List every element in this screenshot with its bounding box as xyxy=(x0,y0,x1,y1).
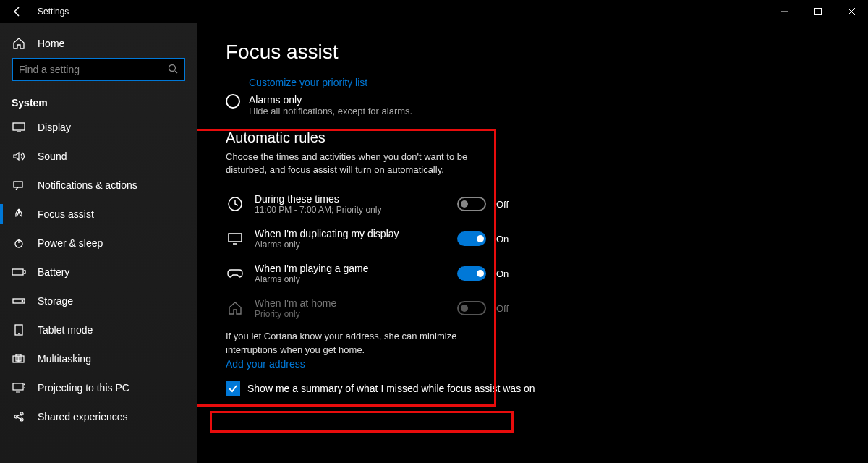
rule-at-home: When I'm at home Priority only Off xyxy=(226,291,515,326)
sidebar-item-storage[interactable]: Storage xyxy=(0,286,197,315)
summary-checkbox-label: Show me a summary of what I missed while… xyxy=(247,383,535,394)
radio-icon xyxy=(226,94,240,109)
rule-toggle-label: On xyxy=(496,234,515,245)
titlebar: Settings xyxy=(0,0,868,23)
rule-toggle[interactable] xyxy=(457,266,486,281)
svg-rect-5 xyxy=(12,269,23,275)
rule-playing-game[interactable]: When I'm playing a game Alarms only On xyxy=(226,256,515,291)
home-icon xyxy=(12,37,26,50)
sidebar-item-label: Sound xyxy=(38,150,67,162)
automatic-rules-desc: Choose the times and activities when you… xyxy=(226,150,501,177)
home-rule-icon xyxy=(226,301,244,315)
sidebar-item-label: Focus assist xyxy=(38,208,94,220)
sidebar-section-header: System xyxy=(0,87,197,113)
rule-title: When I'm at home xyxy=(255,297,447,309)
radio-title: Alarms only xyxy=(249,94,412,106)
svg-rect-12 xyxy=(13,383,23,390)
power-icon xyxy=(12,237,26,249)
rule-toggle[interactable] xyxy=(457,232,486,246)
sidebar-item-display[interactable]: Display xyxy=(0,113,197,142)
add-address-link[interactable]: Add your address xyxy=(226,358,839,370)
rule-toggle-label: Off xyxy=(496,199,515,210)
tablet-icon xyxy=(12,324,26,336)
svg-rect-3 xyxy=(14,182,22,187)
svg-rect-2 xyxy=(13,123,25,130)
sidebar-item-label: Storage xyxy=(38,295,73,307)
sidebar-item-focus-assist[interactable]: Focus assist xyxy=(0,200,197,229)
rule-sub: 11:00 PM - 7:00 AM; Priority only xyxy=(255,205,447,215)
sidebar-item-tablet-mode[interactable]: Tablet mode xyxy=(0,315,197,344)
maximize-button[interactable] xyxy=(801,0,835,23)
sidebar-item-label: Notifications & actions xyxy=(38,179,137,191)
focus-assist-icon xyxy=(12,208,26,221)
rule-toggle[interactable] xyxy=(457,197,486,211)
sidebar-item-notifications[interactable]: Notifications & actions xyxy=(0,171,197,200)
rule-during-times[interactable]: During these times 11:00 PM - 7:00 AM; P… xyxy=(226,187,515,221)
sidebar-item-label: Multitasking xyxy=(38,353,91,365)
sidebar-item-projecting[interactable]: Projecting to this PC xyxy=(0,373,197,402)
rule-sub: Alarms only xyxy=(255,239,447,250)
rule-toggle-label: Off xyxy=(496,303,515,314)
sidebar: Home System Display Sound Notifications … xyxy=(0,23,197,463)
customize-priority-link[interactable]: Customize your priority list xyxy=(249,77,839,88)
rule-toggle xyxy=(457,301,486,315)
rule-title: When I'm duplicating my display xyxy=(255,228,447,239)
summary-checkbox-row[interactable]: Show me a summary of what I missed while… xyxy=(226,381,839,396)
display-icon xyxy=(12,122,26,132)
sidebar-item-label: Power & sleep xyxy=(38,237,103,249)
sidebar-home-label: Home xyxy=(38,38,64,49)
search-input-wrap[interactable] xyxy=(12,58,185,81)
radio-sub: Hide all notifications, except for alarm… xyxy=(249,106,412,116)
search-input[interactable] xyxy=(19,64,168,75)
rule-duplicating-display[interactable]: When I'm duplicating my display Alarms o… xyxy=(226,221,515,256)
sidebar-item-sound[interactable]: Sound xyxy=(0,142,197,171)
back-button[interactable] xyxy=(0,0,35,23)
radio-alarms-only[interactable]: Alarms only Hide all notifications, exce… xyxy=(226,94,839,116)
automatic-rules-heading: Automatic rules xyxy=(226,129,839,146)
svg-rect-0 xyxy=(815,9,822,15)
sound-icon xyxy=(12,151,26,161)
app-title: Settings xyxy=(35,7,69,17)
gamepad-icon xyxy=(226,268,244,279)
sidebar-item-label: Battery xyxy=(38,266,69,278)
svg-rect-17 xyxy=(229,234,242,242)
sidebar-item-power-sleep[interactable]: Power & sleep xyxy=(0,229,197,258)
svg-point-1 xyxy=(169,64,176,71)
sidebar-item-shared-experiences[interactable]: Shared experiences xyxy=(0,402,197,431)
battery-icon xyxy=(12,268,26,276)
page-title: Focus assist xyxy=(226,41,839,64)
sidebar-item-label: Display xyxy=(38,122,71,133)
close-button[interactable] xyxy=(835,0,868,23)
cortana-note: If you let Cortana know your address, sh… xyxy=(226,330,486,356)
projecting-icon xyxy=(12,383,26,393)
rule-toggle-label: On xyxy=(496,268,515,279)
rule-sub: Priority only xyxy=(255,309,447,319)
sidebar-item-label: Tablet mode xyxy=(38,324,93,336)
svg-point-7 xyxy=(22,300,23,302)
rule-title: When I'm playing a game xyxy=(255,263,447,274)
sidebar-item-multitasking[interactable]: Multitasking xyxy=(0,344,197,373)
clock-icon xyxy=(226,196,244,212)
rule-sub: Alarms only xyxy=(255,274,447,284)
shared-icon xyxy=(12,411,26,422)
content: Focus assist Customize your priority lis… xyxy=(197,23,868,463)
highlight-box xyxy=(210,411,514,433)
summary-checkbox[interactable] xyxy=(226,381,240,396)
sidebar-item-label: Shared experiences xyxy=(38,411,128,422)
multitasking-icon xyxy=(12,354,26,364)
notifications-icon xyxy=(12,180,26,190)
sidebar-item-battery[interactable]: Battery xyxy=(0,258,197,286)
storage-icon xyxy=(12,297,26,305)
sidebar-home[interactable]: Home xyxy=(0,29,197,58)
minimize-button[interactable] xyxy=(768,0,801,23)
search-icon xyxy=(168,64,178,76)
sidebar-item-label: Projecting to this PC xyxy=(38,382,129,394)
rule-title: During these times xyxy=(255,193,447,205)
monitor-icon xyxy=(226,232,244,245)
